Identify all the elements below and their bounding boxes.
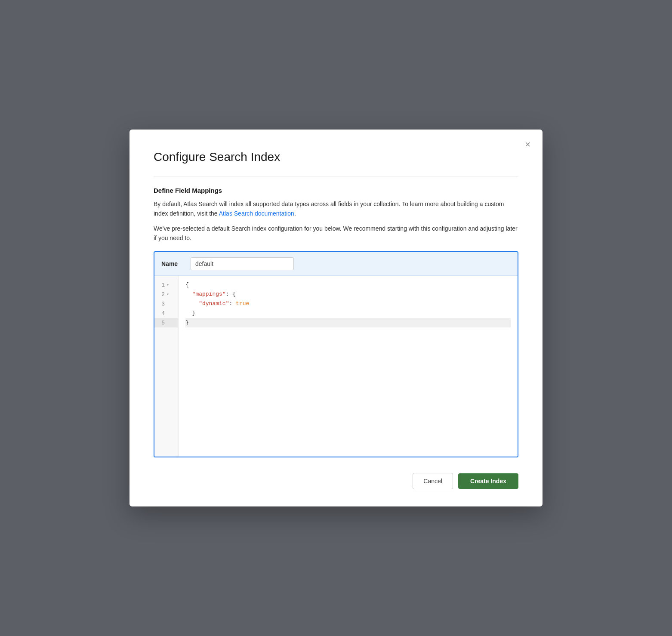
line-5-gutter: 5 xyxy=(154,318,178,327)
line-numbers: 1 ▾ 2 ▾ 3 4 5 xyxy=(154,276,179,457)
code-line-5: } xyxy=(185,318,511,327)
line-2-gutter: 2 ▾ xyxy=(154,290,178,299)
name-row: Name xyxy=(154,252,518,276)
modal-backdrop: × Configure Search Index Define Field Ma… xyxy=(0,0,672,636)
create-index-button[interactable]: Create Index xyxy=(458,473,518,489)
section-description: By default, Atlas Search will index all … xyxy=(154,199,518,219)
line-num-4: 4 xyxy=(158,310,165,317)
line-num-5: 5 xyxy=(158,320,165,326)
section-divider xyxy=(154,176,518,176)
close-button[interactable]: × xyxy=(521,138,534,151)
section-title: Define Field Mappings xyxy=(154,187,518,194)
modal-title: Configure Search Index xyxy=(154,150,518,164)
line-num-1: 1 xyxy=(158,282,165,288)
code-line-2: "mappings": { xyxy=(185,290,511,299)
line-num-2: 2 xyxy=(158,291,165,298)
cancel-button[interactable]: Cancel xyxy=(413,473,453,489)
name-input[interactable] xyxy=(191,257,294,270)
index-editor: Name 1 ▾ 2 ▾ 3 4 xyxy=(154,251,518,457)
line-1-gutter: 1 ▾ xyxy=(154,280,178,290)
code-content[interactable]: { "mappings": { "dynamic": true } } xyxy=(179,276,518,457)
modal-dialog: × Configure Search Index Define Field Ma… xyxy=(129,130,543,507)
code-line-4: } xyxy=(185,309,511,318)
fold-arrow-1[interactable]: ▾ xyxy=(166,282,169,287)
description-text-end: . xyxy=(294,210,296,217)
line-num-3: 3 xyxy=(158,301,165,307)
line-3-gutter: 3 xyxy=(154,299,178,309)
section-description-2: We've pre-selected a default Search inde… xyxy=(154,224,518,243)
code-line-3: "dynamic": true xyxy=(185,299,511,309)
footer-buttons: Cancel Create Index xyxy=(154,473,518,489)
code-editor-area: 1 ▾ 2 ▾ 3 4 5 xyxy=(154,276,518,457)
name-label: Name xyxy=(161,260,182,267)
code-line-1: { xyxy=(185,280,511,290)
fold-arrow-2[interactable]: ▾ xyxy=(166,292,169,297)
line-4-gutter: 4 xyxy=(154,309,178,318)
description-text-1: By default, Atlas Search will index all … xyxy=(154,201,504,217)
atlas-search-doc-link[interactable]: Atlas Search documentation xyxy=(219,210,294,217)
